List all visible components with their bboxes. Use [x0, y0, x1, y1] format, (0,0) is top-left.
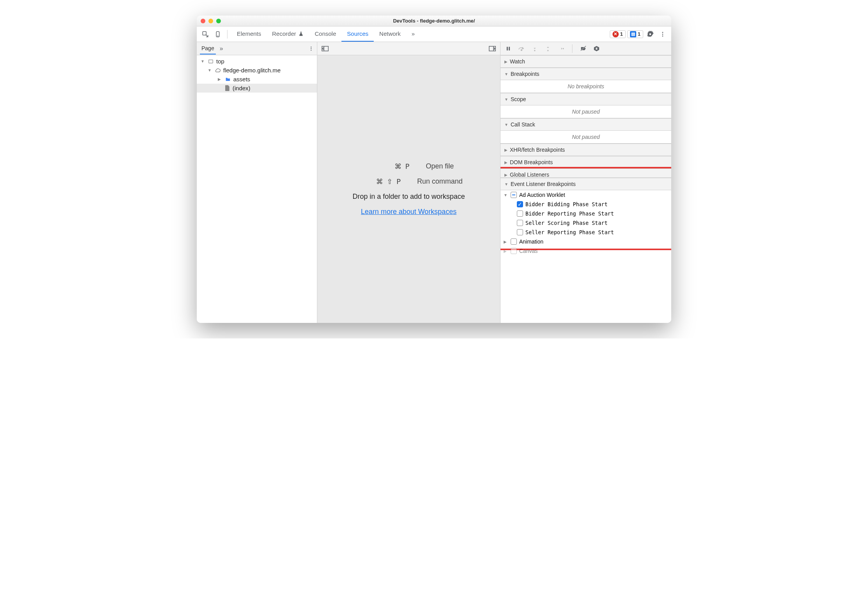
- svg-point-17: [534, 50, 536, 51]
- tab-label: Sources: [347, 30, 368, 37]
- pause-on-exceptions-button[interactable]: [592, 46, 601, 52]
- category-label: Ad Auction Worklet: [519, 192, 565, 198]
- chevron-down-icon: ▼: [504, 97, 508, 102]
- svg-point-7: [311, 48, 312, 49]
- event-bidder-bidding-start[interactable]: ✓ Bidder Bidding Phase Start: [500, 200, 671, 209]
- shortcut-keys: ⌘ ⇧ P: [355, 177, 401, 186]
- chevron-down-icon: ▼: [504, 193, 508, 197]
- shortcut-keys: ⌘ P: [364, 162, 410, 170]
- navigator-menu[interactable]: [308, 46, 314, 51]
- section-callstack[interactable]: ▼ Call Stack: [500, 118, 671, 131]
- editor-panel: ⌘ P Open file ⌘ ⇧ P Run command Drop in …: [317, 42, 500, 323]
- section-title: Scope: [511, 96, 526, 102]
- section-dom-breakpoints[interactable]: ▶ DOM Breakpoints: [500, 156, 671, 168]
- chevron-down-icon: ▼: [208, 68, 212, 72]
- svg-rect-15: [509, 47, 510, 50]
- section-title: Event Listener Breakpoints: [511, 181, 576, 187]
- svg-point-4: [662, 33, 663, 35]
- step-button[interactable]: [556, 46, 566, 51]
- callstack-empty: Not paused: [500, 131, 671, 144]
- section-watch[interactable]: ▶ Watch: [500, 55, 671, 68]
- tab-console[interactable]: Console: [309, 26, 341, 42]
- checkbox[interactable]: [511, 248, 517, 254]
- events-area: ▶ Global Listeners ▼ Event Listener Brea…: [500, 168, 671, 256]
- tab-label: Recorder: [272, 30, 296, 37]
- window-title: DevTools - fledge-demo.glitch.me/: [197, 18, 671, 24]
- event-label: Bidder Reporting Phase Start: [525, 210, 614, 217]
- error-badge[interactable]: ✕ 1: [610, 30, 626, 38]
- tree-label: fledge-demo.glitch.me: [223, 67, 281, 74]
- hide-navigator-button[interactable]: [320, 44, 330, 53]
- error-count: 1: [620, 31, 623, 37]
- chevron-right-icon: ▶: [504, 148, 508, 152]
- event-seller-reporting-start[interactable]: Seller Reporting Phase Start: [500, 228, 671, 237]
- message-icon: ▤: [630, 31, 636, 37]
- step-over-button[interactable]: [517, 46, 526, 51]
- tree-item-top[interactable]: ▼ top: [197, 57, 317, 66]
- deactivate-breakpoints-button[interactable]: [579, 46, 588, 52]
- section-breakpoints[interactable]: ▼ Breakpoints: [500, 68, 671, 80]
- message-count: 1: [638, 31, 640, 37]
- tree-label: top: [216, 58, 224, 65]
- event-bidder-reporting-start[interactable]: Bidder Reporting Phase Start: [500, 209, 671, 218]
- learn-workspaces-link[interactable]: Learn more about Workspaces: [361, 208, 457, 216]
- category-animation[interactable]: ▶ Animation: [500, 237, 671, 246]
- event-label: Bidder Bidding Phase Start: [525, 201, 607, 207]
- chevron-right-icon: ▶: [504, 60, 508, 64]
- tabs-overflow[interactable]: »: [406, 26, 420, 42]
- section-xhr-breakpoints[interactable]: ▶ XHR/fetch Breakpoints: [500, 144, 671, 156]
- navigator-header: Page »: [197, 42, 317, 55]
- chevron-down-icon: ▼: [201, 59, 205, 63]
- tab-network[interactable]: Network: [374, 26, 406, 42]
- cloud-icon: [215, 67, 221, 74]
- shortcut-run-command: ⌘ ⇧ P Run command: [355, 177, 462, 186]
- tab-recorder[interactable]: Recorder: [267, 26, 310, 42]
- device-toggle-button[interactable]: [212, 29, 223, 40]
- tab-label: Network: [379, 30, 401, 37]
- settings-button[interactable]: [645, 29, 656, 40]
- breakpoints-empty: No breakpoints: [500, 80, 671, 93]
- main-tabs: Elements Recorder Console Sources Networ…: [231, 26, 420, 42]
- debugger-toolbar: [500, 42, 671, 55]
- checkbox-checked[interactable]: ✓: [517, 201, 523, 207]
- tree-item-origin[interactable]: ▼ fledge-demo.glitch.me: [197, 66, 317, 75]
- section-scope[interactable]: ▼ Scope: [500, 93, 671, 105]
- navigator-tabs-overflow[interactable]: »: [220, 45, 223, 52]
- tab-label: Console: [315, 30, 336, 37]
- category-canvas[interactable]: ▶ Canvas: [500, 246, 671, 256]
- inspect-element-button[interactable]: [200, 29, 211, 40]
- section-title: DOM Breakpoints: [510, 159, 553, 165]
- tree-label: assets: [233, 76, 250, 82]
- checkbox[interactable]: [517, 210, 523, 217]
- checkbox[interactable]: [517, 220, 523, 226]
- tab-sources[interactable]: Sources: [341, 26, 374, 42]
- category-ad-auction-worklet[interactable]: ▼ Ad Auction Worklet: [500, 190, 671, 200]
- checkbox-indeterminate[interactable]: [511, 192, 517, 198]
- svg-rect-9: [209, 60, 213, 63]
- tree-label: (index): [233, 85, 250, 91]
- message-badge[interactable]: ▤ 1: [627, 30, 643, 38]
- event-seller-scoring-start[interactable]: Seller Scoring Phase Start: [500, 218, 671, 228]
- titlebar: DevTools - fledge-demo.glitch.me/: [197, 16, 671, 26]
- chevron-right-icon: ▶: [504, 173, 508, 177]
- flask-icon: [298, 31, 304, 37]
- svg-rect-23: [597, 47, 597, 49]
- step-out-button[interactable]: [543, 46, 553, 52]
- tree-item-index[interactable]: (index): [197, 84, 317, 93]
- section-title: Global Listeners: [510, 172, 549, 178]
- navigator-tab-page[interactable]: Page: [200, 43, 216, 54]
- scope-empty: Not paused: [500, 105, 671, 118]
- step-into-button[interactable]: [530, 46, 539, 52]
- customize-button[interactable]: [657, 29, 668, 40]
- checkbox[interactable]: [511, 238, 517, 245]
- section-event-listener-breakpoints[interactable]: ▼ Event Listener Breakpoints: [500, 178, 671, 190]
- tab-elements[interactable]: Elements: [231, 26, 267, 42]
- tree-item-assets[interactable]: ▶ assets: [197, 75, 317, 84]
- hide-debugger-button[interactable]: [488, 44, 497, 53]
- svg-point-6: [311, 46, 312, 47]
- checkbox[interactable]: [517, 229, 523, 235]
- file-tree: ▼ top ▼ fledge-demo.glitch.me ▶ assets (…: [197, 55, 317, 94]
- shortcut-label: Open file: [426, 162, 454, 170]
- section-global-listeners[interactable]: ▶ Global Listeners: [500, 168, 671, 178]
- pause-button[interactable]: [504, 46, 513, 51]
